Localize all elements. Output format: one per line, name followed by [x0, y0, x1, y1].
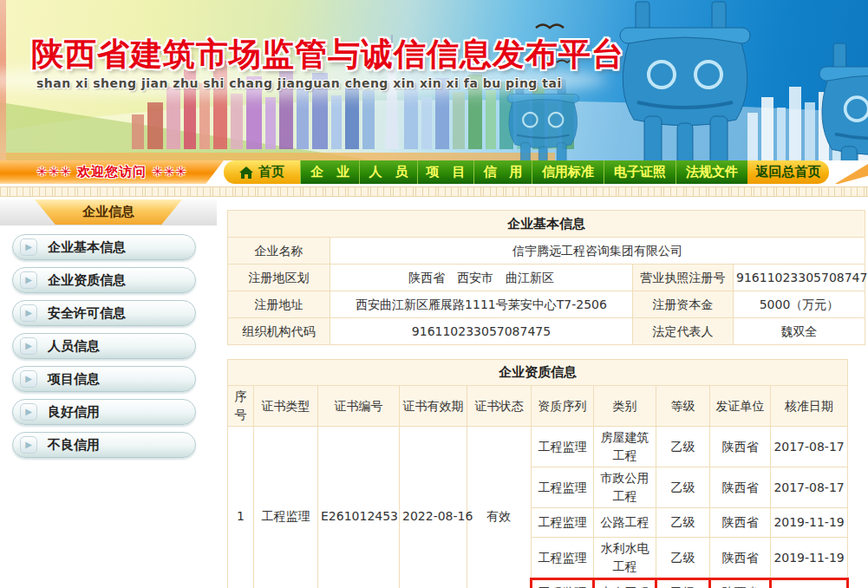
- item-category: 公路工程: [594, 508, 656, 538]
- arrow-right-icon: ▶: [20, 271, 37, 289]
- nav-item-label: 企 业: [310, 164, 349, 180]
- legal-rep-label: 法定代表人: [633, 318, 734, 345]
- item-date: 2017-08-17: [771, 427, 848, 467]
- org-code-label: 组织机构代码: [228, 318, 330, 345]
- main-panel: 企业基本信息 企业名称 信宇腾远工程咨询集团有限公司 注册地区划 陕西省 西安市…: [217, 199, 868, 588]
- license-number-label: 营业执照注册号: [633, 265, 734, 291]
- item-category: 水利水电工程: [594, 538, 656, 579]
- sidebar-item-label: 人员信息: [48, 338, 100, 355]
- col-header-grade: 等级: [656, 386, 710, 427]
- col-header-valid-until: 证书有效期: [400, 386, 467, 427]
- arrow-right-icon: ▶: [20, 436, 37, 454]
- col-header-series: 资质序列: [532, 386, 594, 427]
- basic-info-title: 企业基本信息: [228, 211, 865, 238]
- nav-item-home[interactable]: 首页: [224, 160, 300, 184]
- table-row: 组织机构代码 916110233057087475 法定代表人 魏双全: [228, 318, 865, 345]
- sidebar-item-personnel-info[interactable]: ▶ 人员信息: [12, 333, 196, 359]
- item-issuer: 陕西省: [710, 508, 771, 538]
- col-header-issuer: 发证单位: [710, 386, 771, 427]
- sidebar-item-project-info[interactable]: ▶ 项目信息: [12, 366, 196, 392]
- sidebar-item-label: 企业资质信息: [48, 272, 126, 289]
- cert-type: 工程监理: [254, 427, 318, 588]
- table-title-row: 企业资质信息: [228, 360, 848, 386]
- lattice-pattern: [0, 186, 868, 197]
- nav-item-label: 信用标准: [542, 164, 594, 180]
- qualification-row: 1 工程监理 E261012453 2022-08-16 有效 工程监理 房屋建…: [228, 427, 848, 467]
- col-header-category: 类别: [594, 386, 656, 427]
- item-issuer: 陕西省: [710, 427, 771, 467]
- sidebar-tab-enterprise-info: 企业信息: [35, 199, 182, 225]
- sidebar-item-bad-credit[interactable]: ▶ 不良信用: [12, 432, 196, 458]
- nav-item-credit[interactable]: 信 用: [473, 160, 532, 184]
- item-grade: 乙级: [656, 467, 710, 508]
- item-date: 2022-04-01: [771, 579, 848, 588]
- cert-seq: 1: [228, 427, 254, 588]
- col-header-cert-type: 证书类型: [254, 386, 318, 427]
- nav-item-return-homepage[interactable]: 返回总首页: [747, 160, 829, 184]
- col-header-status: 证书状态: [467, 386, 532, 427]
- sidebar-item-label: 企业基本信息: [48, 239, 126, 256]
- lattice-strip-wrap: [0, 184, 868, 199]
- sidebar-item-qualification-info[interactable]: ▶ 企业资质信息: [12, 267, 196, 293]
- cert-valid-until: 2022-08-16: [400, 427, 467, 588]
- basic-info-table: 企业基本信息 企业名称 信宇腾远工程咨询集团有限公司 注册地区划 陕西省 西安市…: [227, 210, 865, 345]
- region-value: 陕西省 西安市 曲江新区: [330, 265, 633, 291]
- company-name-value: 信宇腾远工程咨询集团有限公司: [330, 238, 865, 265]
- sidebar-item-label: 良好信用: [48, 404, 100, 421]
- qualification-table: 企业资质信息 序号 证书类型 证书编号 证书有效期 证书状态 资质序列 类别 等…: [227, 359, 849, 588]
- item-series: 工程监理: [532, 538, 594, 579]
- site-title: 陕西省建筑市场监管与诚信信息发布平台: [31, 33, 624, 76]
- bird-icon: [536, 25, 564, 29]
- nav-home-label: 首页: [258, 164, 284, 180]
- arrow-right-icon: ▶: [20, 304, 37, 322]
- nav-item-enterprise[interactable]: 企 业: [300, 160, 359, 184]
- org-code-value: 916110233057087475: [330, 318, 633, 345]
- item-category: 市政公用工程: [594, 467, 656, 508]
- item-grade: 乙级: [656, 508, 710, 538]
- item-issuer: 陕西省: [710, 579, 771, 588]
- capital-label: 注册资本金: [633, 291, 734, 318]
- main-navbar: ✳✳✳ 欢迎您访问 ✳✳✳ 首页 企 业 人 员 项 目 信 用 信用标准 电子…: [0, 160, 868, 184]
- col-header-approval-date: 核准日期: [771, 386, 848, 427]
- nav-item-project[interactable]: 项 目: [417, 160, 473, 184]
- page: 陕西省建筑市场监管与诚信信息发布平台 shan xi sheng jian zh…: [0, 0, 868, 588]
- sidebar-item-good-credit[interactable]: ▶ 良好信用: [12, 399, 196, 425]
- table-row: 企业名称 信宇腾远工程咨询集团有限公司: [228, 238, 865, 265]
- item-category: 电力工程: [594, 579, 656, 588]
- item-date: 2019-11-19: [771, 508, 848, 538]
- region-label: 注册地区划: [228, 265, 330, 291]
- nav-item-credit-standard[interactable]: 信用标准: [532, 160, 604, 184]
- table-row: 注册地区划 陕西省 西安市 曲江新区 营业执照注册号 9161102330570…: [228, 265, 865, 291]
- nav-return-label: 返回总首页: [756, 164, 821, 180]
- table-row: 注册地址 西安曲江新区雁展路1111号莱安中心T7-2506 注册资本金 500…: [228, 291, 865, 318]
- company-name-label: 企业名称: [228, 238, 330, 265]
- nav-item-label: 项 目: [427, 164, 466, 180]
- sidebar-menu: ▶ 企业基本信息 ▶ 企业资质信息 ▶ 安全许可信息 ▶ 人员信息 ▶ 项目: [0, 225, 217, 458]
- arrow-right-icon: ▶: [20, 337, 37, 355]
- welcome-banner: ✳✳✳ 欢迎您访问 ✳✳✳: [0, 160, 224, 184]
- address-label: 注册地址: [228, 291, 330, 318]
- arrow-right-icon: ▶: [20, 403, 37, 421]
- table-title-row: 企业基本信息: [228, 211, 865, 238]
- sidebar-item-safety-license[interactable]: ▶ 安全许可信息: [12, 300, 196, 326]
- item-category: 房屋建筑工程: [594, 427, 656, 467]
- item-series: 工程监理: [532, 467, 594, 508]
- nav-item-personnel[interactable]: 人 员: [359, 160, 417, 184]
- item-issuer: 陕西省: [710, 467, 771, 508]
- item-grade: 乙级: [656, 579, 710, 588]
- item-date: 2019-11-19: [771, 538, 848, 579]
- nav-decorative-wedge: [829, 160, 868, 184]
- sidebar-item-label: 安全许可信息: [48, 305, 126, 322]
- nav-item-regulations[interactable]: 法规文件: [675, 160, 747, 184]
- item-series: 工程监理: [532, 508, 594, 538]
- qualification-title: 企业资质信息: [228, 360, 848, 386]
- nav-item-label: 人 员: [369, 164, 408, 180]
- site-subtitle-pinyin: shan xi sheng jian zhu shi chang jiangua…: [36, 76, 562, 90]
- item-issuer: 陕西省: [710, 538, 771, 579]
- sidebar: 企业信息 ▶ 企业基本信息 ▶ 企业资质信息 ▶ 安全许可信息 ▶ 人员信息: [0, 199, 217, 588]
- welcome-text: ✳✳✳ 欢迎您访问 ✳✳✳: [36, 164, 187, 180]
- header-banner: 陕西省建筑市场监管与诚信信息发布平台 shan xi sheng jian zh…: [0, 0, 868, 160]
- col-header-seq: 序号: [228, 386, 254, 427]
- nav-item-e-certificate[interactable]: 电子证照: [604, 160, 675, 184]
- sidebar-item-basic-info[interactable]: ▶ 企业基本信息: [12, 234, 196, 260]
